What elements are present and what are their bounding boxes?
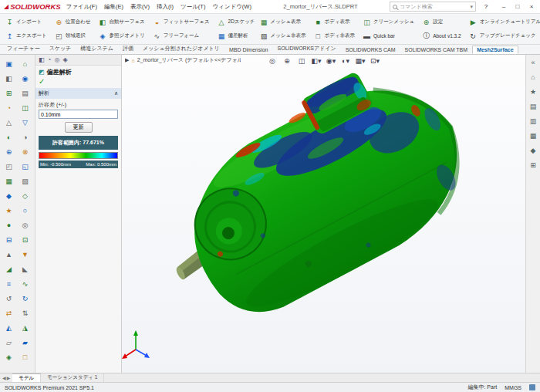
flyout-expand-icon[interactable]: ▶ [125, 57, 129, 63]
ribbon-tab[interactable]: SOLIDWORKS CAM [341, 46, 400, 54]
view-tool-icon[interactable]: ◉▾ [326, 56, 337, 66]
palette-tool-icon[interactable]: ⊕ [1, 144, 17, 159]
palette-tool-icon[interactable]: ◭ [1, 320, 17, 335]
ribbon-button[interactable]: ◈ 参照ジオメトリ [96, 29, 147, 42]
palette-tool-icon[interactable]: ⊞ [1, 86, 17, 100]
palette-tool-icon[interactable]: ◑ [17, 130, 33, 144]
palette-tool-icon[interactable]: ⊡ [17, 232, 33, 247]
palette-tool-icon[interactable]: ◎ [17, 218, 33, 232]
palette-tool-icon[interactable]: ⊟ [1, 232, 17, 247]
ok-check-icon[interactable]: ✓ [35, 77, 121, 87]
property-manager-tab-icon[interactable]: ◧ [39, 56, 45, 63]
palette-tool-icon[interactable]: ⇄ [1, 306, 17, 320]
palette-tool-icon[interactable]: ▲ [1, 247, 17, 262]
palette-tool-icon[interactable]: ⊗ [17, 144, 33, 159]
palette-tool-icon[interactable]: ◢ [1, 262, 17, 276]
ribbon-button[interactable]: ⊕ 位置合わせ [52, 15, 93, 29]
view-tool-icon[interactable]: ◐▾ [340, 56, 352, 66]
palette-tool-icon[interactable]: ◆ [1, 188, 17, 203]
minimize-button[interactable]: – [499, 3, 508, 10]
ribbon-button[interactable]: ▦ 偏差解析 [215, 29, 258, 42]
menu-item[interactable]: 編集(E) [104, 3, 123, 11]
status-tag-icon[interactable] [529, 384, 535, 390]
ribbon-button[interactable]: ◒ フィットサーフェス [150, 15, 212, 29]
ribbon-tab[interactable]: メッシュ分割されたジオメトリ [138, 43, 224, 54]
command-search[interactable]: コマンド検索 ▾ [390, 2, 476, 12]
palette-tool-icon[interactable]: ◰ [1, 159, 17, 174]
palette-tool-icon[interactable]: ◈ [1, 350, 17, 364]
palette-tool-icon[interactable]: ◮ [17, 320, 33, 335]
graphics-viewport[interactable]: ▶ ⌂ 2_mortor_リバース (デフォルト<<デフォルト>_... ◎⊕◫… [122, 55, 525, 373]
tab-nav-arrow-icon[interactable]: ▶ [7, 375, 11, 380]
ribbon-button[interactable]: △ 2Dスケッチ [215, 15, 258, 29]
ribbon-button[interactable]: ⓘ About v1.3.2 [420, 29, 464, 42]
palette-tool-icon[interactable]: ★ [1, 203, 17, 218]
ribbon-tab[interactable]: 構造システム [76, 43, 118, 54]
palette-tool-icon[interactable]: ▨ [17, 174, 33, 188]
palette-tool-icon[interactable]: ∿ [17, 276, 33, 291]
status-units[interactable]: MMGS [505, 385, 521, 390]
palette-tool-icon[interactable]: ◉ [17, 71, 33, 86]
model-tab[interactable]: モデル [12, 373, 41, 382]
palette-tool-icon[interactable]: ↺ [1, 291, 17, 306]
palette-tool-icon[interactable]: □ [17, 350, 33, 364]
view-tool-icon[interactable]: ⊡▾ [370, 56, 381, 66]
palette-tool-icon[interactable]: ▦ [1, 174, 17, 188]
search-caret-icon[interactable]: ▾ [470, 4, 473, 10]
palette-tool-icon[interactable]: ≡ [1, 276, 17, 291]
task-pane-icon[interactable]: ◆ [528, 144, 539, 156]
property-manager-tab-icon[interactable]: ◈ [62, 56, 67, 63]
palette-tool-icon[interactable]: ⇅ [17, 306, 33, 320]
palette-tool-icon[interactable]: ▣ [1, 56, 17, 71]
task-pane-icon[interactable]: ⊞ [528, 159, 539, 171]
task-pane-icon[interactable]: ⌂ [528, 71, 539, 83]
ribbon-button[interactable]: ▨ メッシュ非表示 [257, 29, 308, 42]
motor-model[interactable] [122, 55, 525, 373]
ribbon-button[interactable]: ⊛ 設定 [420, 15, 464, 29]
palette-tool-icon[interactable]: ▱ [1, 335, 17, 350]
ribbon-button[interactable]: ◧ 自動サーフェス [96, 15, 147, 29]
palette-tool-icon[interactable]: ▰ [17, 335, 33, 350]
menu-item[interactable]: ウィンドウ(W) [212, 3, 251, 11]
palette-tool-icon[interactable]: ⌂ [17, 56, 33, 71]
palette-tool-icon[interactable]: ○ [17, 203, 33, 218]
ribbon-tab[interactable]: スケッチ [45, 43, 76, 54]
menu-item[interactable]: 挿入(I) [157, 3, 174, 11]
palette-tool-icon[interactable]: ◔ [1, 100, 17, 115]
help-button[interactable]: ? [481, 3, 491, 10]
ribbon-button[interactable]: ▬ Quick bar [360, 29, 417, 42]
ribbon-button[interactable]: □ ボディ非表示 [312, 29, 357, 42]
ribbon-tab[interactable]: SOLIDWORKS CAM TBM [400, 46, 473, 54]
property-manager-tab-icon[interactable]: ◎ [54, 56, 59, 63]
ribbon-button[interactable]: ↻ アップグレードチェック [467, 29, 540, 42]
palette-tool-icon[interactable]: ◇ [17, 188, 33, 203]
close-button[interactable]: × [527, 3, 536, 10]
ribbon-button[interactable]: ▶ オンラインチュートリアル [467, 15, 540, 29]
update-button[interactable]: 更新 [65, 122, 93, 133]
view-tool-icon[interactable]: ▦▾ [355, 56, 366, 66]
task-pane-icon[interactable]: « [528, 56, 539, 68]
ribbon-button[interactable]: ◫ クリーンメッシュ [360, 15, 417, 29]
tab-nav-arrow-icon[interactable]: ◀ [2, 375, 6, 380]
view-tool-icon[interactable]: ⊕ [281, 56, 292, 66]
view-tool-icon[interactable]: ◧▾ [310, 56, 322, 66]
model-tab[interactable]: モーションスタディ 1 [41, 373, 104, 382]
task-pane-icon[interactable]: ★ [528, 86, 539, 97]
palette-tool-icon[interactable]: ▼ [17, 247, 33, 262]
palette-tool-icon[interactable]: ◱ [17, 159, 33, 174]
task-pane-icon[interactable]: ▥ [528, 115, 539, 127]
palette-tool-icon[interactable]: ◧ [1, 71, 17, 86]
ribbon-button[interactable]: ◰ 領域選択 [52, 29, 93, 42]
menu-item[interactable]: ツール(T) [181, 3, 205, 11]
task-pane-icon[interactable]: ▤ [528, 100, 539, 112]
maximize-button[interactable]: □ [513, 3, 522, 10]
tolerance-input[interactable] [39, 110, 118, 119]
task-pane-icon[interactable]: ▦ [528, 130, 539, 141]
property-manager-tab-icon[interactable]: ◔ [48, 56, 52, 63]
ribbon-button[interactable]: ↥ エクスポート [3, 29, 49, 42]
ribbon-button[interactable]: ∿ フリーフォーム [150, 29, 212, 42]
menu-item[interactable]: 表示(V) [130, 3, 150, 11]
view-tool-icon[interactable]: ◫ [295, 56, 307, 66]
view-tool-icon[interactable]: ◎ [266, 56, 278, 66]
analysis-section-header[interactable]: 解析 ∧ [35, 88, 121, 99]
